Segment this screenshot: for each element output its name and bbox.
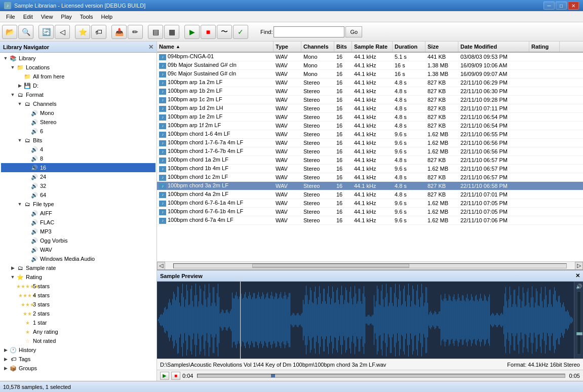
tree-item-samplerate[interactable]: ▶ 🗂 Sample rate xyxy=(1,263,156,272)
expand-samplerate[interactable]: ▶ xyxy=(9,264,16,271)
waveform-button[interactable]: 〜 xyxy=(217,25,232,39)
col-rating[interactable]: Rating xyxy=(529,42,560,52)
table-row[interactable]: ♪100bpm chord 6-7a 4m LFWAVStereo1644.1 … xyxy=(157,216,583,225)
table-row[interactable]: ♪100bpm arp 1b 2m LFWAVStereo1644.1 kHz4… xyxy=(157,87,583,96)
filelist-body[interactable]: ♪094bpm-CNGA-01WAVMono1644.1 kHz5.1 s441… xyxy=(157,53,583,261)
maximize-button[interactable]: □ xyxy=(556,2,567,10)
view1-button[interactable]: ▤ xyxy=(148,25,163,39)
edit-button[interactable]: ✏ xyxy=(128,25,143,39)
check-button[interactable]: ✓ xyxy=(233,25,248,39)
table-row[interactable]: ♪100bpm chord 4a 2m LFWAVStereo1644.1 kH… xyxy=(157,190,583,199)
table-row[interactable]: ♪09b Major Sustained G# clnWAVMono1644.1… xyxy=(157,61,583,70)
transport-stop[interactable]: ■ xyxy=(171,372,180,380)
tree-item-format[interactable]: ▼ 🗂 Format xyxy=(1,90,156,99)
refresh-button[interactable]: 🔄 xyxy=(38,25,54,39)
table-row[interactable]: ♪09c Major Sustained G# clnWAVMono1644.1… xyxy=(157,70,583,79)
hscroll-thumb[interactable] xyxy=(252,264,409,268)
table-row[interactable]: ♪100bpm chord 1-6 4m LFWAVStereo1644.1 k… xyxy=(157,130,583,139)
table-row[interactable]: ♪100bpm chord 1c 2m LFWAVStereo1644.1 kH… xyxy=(157,173,583,182)
col-samplerate[interactable]: Sample Rate xyxy=(352,42,393,52)
expand-bits[interactable]: ▼ xyxy=(16,137,23,144)
tag-button[interactable]: 🏷 xyxy=(91,25,106,39)
expand-d-drive[interactable]: ▶ xyxy=(16,82,23,89)
tree-item-notrated[interactable]: ☆ Not rated xyxy=(1,336,156,345)
tree-item-all-from-here[interactable]: 📁 All from here xyxy=(1,72,156,81)
table-row[interactable]: ♪100bpm chord 1-7-6-7b 4m LFWAVStereo164… xyxy=(157,147,583,156)
expand-history[interactable]: ▶ xyxy=(2,346,9,354)
tree-item-wma[interactable]: 🔊 Windows Media Audio xyxy=(1,254,156,263)
tree-item-anyrating[interactable]: ★ Any rating xyxy=(1,327,156,336)
table-row[interactable]: ♪100bpm arp 1a 2m LFWAVStereo1644.1 kHz4… xyxy=(157,79,583,87)
table-row[interactable]: ♪100bpm chord 1b 4m LFWAVStereo1644.1 kH… xyxy=(157,165,583,173)
play-button[interactable]: ▶ xyxy=(184,25,200,39)
back-button[interactable]: ◁ xyxy=(55,25,70,39)
col-name[interactable]: Name ▲ xyxy=(157,42,274,52)
tree-item-5stars[interactable]: ★★★★★ 5 stars xyxy=(1,282,156,291)
tree-item-groups[interactable]: ▶ 📦 Groups xyxy=(1,364,156,373)
volume-track[interactable] xyxy=(577,291,581,355)
tree-item-rating[interactable]: ▼ ⭐ Rating xyxy=(1,272,156,282)
table-row[interactable]: ♪100bpm chord 1a 2m LFWAVStereo1644.1 kH… xyxy=(157,156,583,165)
table-row[interactable]: ♪100bpm chord 6-7-6-1a 4m LFWAVStereo164… xyxy=(157,199,583,208)
tree-item-4stars[interactable]: ★★★★ 4 stars xyxy=(1,291,156,300)
table-row[interactable]: ♪100bpm arp 1d 2m LHWAVStereo1644.1 kHz4… xyxy=(157,104,583,113)
menu-help[interactable]: Help xyxy=(97,13,116,21)
tree-item-mono[interactable]: 🔊 Mono xyxy=(1,108,156,117)
tree-item-d-drive[interactable]: ▶ 💾 D: xyxy=(1,81,156,90)
menu-edit[interactable]: Edit xyxy=(19,13,37,21)
table-row[interactable]: ♪100bpm arp 1e 2m LFWAVStereo1644.1 kHz4… xyxy=(157,113,583,122)
volume-thumb[interactable] xyxy=(576,332,582,335)
tree-item-2stars[interactable]: ★★ 2 stars xyxy=(1,309,156,318)
expand-filetype[interactable]: ▼ xyxy=(16,201,23,208)
tree-item-mp3[interactable]: 🔊 MP3 xyxy=(1,227,156,236)
hscroll[interactable]: ◁ ▷ xyxy=(157,261,583,269)
find-input[interactable] xyxy=(274,26,344,37)
tree-item-1star[interactable]: ★ 1 star xyxy=(1,318,156,327)
tree-item-bits8[interactable]: 🔊 8 xyxy=(1,154,156,163)
nav-tree[interactable]: ▼ 📚 Library ▼ 📁 Locations 📁 All from her… xyxy=(0,53,157,381)
go-button[interactable]: Go xyxy=(345,26,362,37)
preview-close-button[interactable]: ✕ xyxy=(575,272,580,279)
tree-item-bits16[interactable]: 🔊 16 xyxy=(1,163,156,172)
tree-item-ogg[interactable]: 🔊 Ogg Vorbis xyxy=(1,236,156,245)
menu-view[interactable]: View xyxy=(37,13,57,21)
tree-item-6ch[interactable]: 🔊 6 xyxy=(1,127,156,136)
tree-item-bits24[interactable]: 🔊 24 xyxy=(1,172,156,181)
col-size[interactable]: Size xyxy=(425,42,458,52)
tree-item-library[interactable]: ▼ 📚 Library xyxy=(1,54,156,63)
table-row[interactable]: ♪100bpm arp 1c 2m LFWAVStereo1644.1 kHz4… xyxy=(157,96,583,104)
table-row[interactable]: ♪100bpm chord 6-7-6-1b 4m LFWAVStereo164… xyxy=(157,208,583,216)
menu-file[interactable]: File xyxy=(2,13,19,21)
tree-item-tags[interactable]: ▶ 🏷 Tags xyxy=(1,355,156,364)
tree-item-bits[interactable]: ▼ 🗂 Bits xyxy=(1,136,156,145)
progress-thumb[interactable] xyxy=(271,374,275,377)
col-channels[interactable]: Channels xyxy=(301,42,334,52)
progress-track[interactable] xyxy=(197,374,565,378)
tree-item-flac[interactable]: 🔊 FLAC xyxy=(1,218,156,227)
tree-item-bits64[interactable]: 🔊 64 xyxy=(1,190,156,200)
hscroll-left[interactable]: ◁ xyxy=(157,262,165,270)
tree-item-aiff[interactable]: 🔊 AIFF xyxy=(1,209,156,218)
hscroll-track[interactable] xyxy=(173,263,567,268)
expand-locations[interactable]: ▼ xyxy=(9,64,16,71)
tree-item-filetype[interactable]: ▼ 🗂 File type xyxy=(1,200,156,209)
tree-item-stereo[interactable]: 🔊 Stereo xyxy=(1,117,156,127)
expand-groups[interactable]: ▶ xyxy=(2,365,9,372)
menu-play[interactable]: Play xyxy=(57,13,75,21)
col-modified[interactable]: Date Modified xyxy=(458,42,529,52)
tree-item-locations[interactable]: ▼ 📁 Locations xyxy=(1,63,156,72)
volume-icon[interactable]: 🔊 xyxy=(576,284,582,289)
col-type[interactable]: Type xyxy=(274,42,301,52)
minimize-button[interactable]: ─ xyxy=(543,2,555,10)
expand-channels[interactable]: ▼ xyxy=(16,100,23,107)
search-button[interactable]: 🔍 xyxy=(18,25,33,39)
view2-button[interactable]: ▦ xyxy=(164,25,179,39)
expand-format[interactable]: ▼ xyxy=(9,91,16,98)
expand-library[interactable]: ▼ xyxy=(2,55,9,62)
table-row[interactable]: ♪100bpm arp 1f 2m LFWAVStereo1644.1 kHz4… xyxy=(157,122,583,130)
import-button[interactable]: 📥 xyxy=(111,25,127,39)
tree-item-wav[interactable]: 🔊 WAV xyxy=(1,245,156,254)
menu-tools[interactable]: Tools xyxy=(76,13,97,21)
stop-button[interactable]: ■ xyxy=(201,25,216,39)
transport-play[interactable]: ▶ xyxy=(160,372,169,380)
